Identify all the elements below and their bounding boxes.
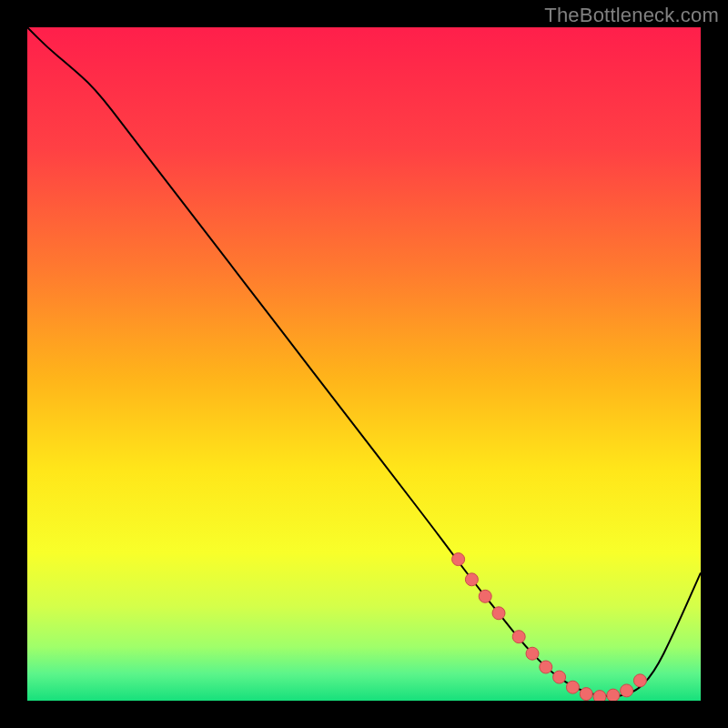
marker-point xyxy=(593,691,606,701)
marker-point xyxy=(492,607,505,620)
marker-point xyxy=(566,681,579,693)
gradient-background xyxy=(27,27,701,701)
marker-point xyxy=(512,631,525,643)
watermark-text: TheBottleneck.com xyxy=(544,4,719,27)
marker-point xyxy=(465,573,478,586)
marker-point xyxy=(540,661,552,673)
marker-point xyxy=(553,671,566,683)
chart-frame: TheBottleneck.com xyxy=(0,0,728,728)
marker-point xyxy=(452,553,465,566)
plot-area xyxy=(27,27,701,701)
marker-point xyxy=(607,689,620,701)
marker-point xyxy=(621,684,633,697)
marker-point xyxy=(633,674,646,687)
marker-point xyxy=(479,590,491,602)
chart-svg xyxy=(27,27,701,701)
marker-point xyxy=(526,647,539,660)
marker-point xyxy=(580,688,592,701)
